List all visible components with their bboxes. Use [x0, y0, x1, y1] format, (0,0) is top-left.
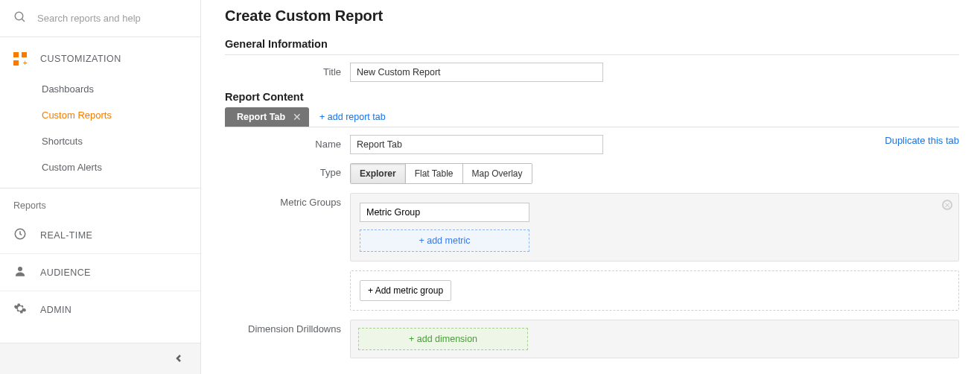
report-content-heading: Report Content [225, 91, 959, 103]
metric-group-panel: ✕ + add metric [350, 193, 959, 262]
general-info-heading: General Information [225, 38, 959, 50]
reports-label: Reports [0, 188, 200, 217]
clock-icon [13, 227, 27, 243]
sidebar: + CUSTOMIZATION Dashboards Custom Report… [0, 0, 201, 374]
type-option-flat-table[interactable]: Flat Table [406, 164, 463, 183]
add-metric-group-panel: + Add metric group [350, 270, 959, 311]
sidebar-item-audience[interactable]: AUDIENCE [0, 253, 200, 291]
customization-icon: + [13, 52, 27, 66]
customization-subitems: Dashboards Custom Reports Shortcuts Cust… [0, 75, 200, 188]
svg-line-1 [22, 19, 25, 22]
metric-group-name-input[interactable] [360, 203, 529, 222]
sidebar-customization-header[interactable]: + CUSTOMIZATION [0, 37, 200, 75]
add-metric-group-button[interactable]: + Add metric group [360, 280, 451, 301]
sidebar-item-dashboards[interactable]: Dashboards [0, 76, 200, 102]
search-input[interactable] [37, 13, 187, 24]
close-icon[interactable]: ✕ [293, 111, 302, 123]
sidebar-item-custom-alerts[interactable]: Custom Alerts [0, 154, 200, 180]
dimension-panel: + add dimension [350, 320, 959, 358]
sidebar-item-realtime[interactable]: REAL-TIME [0, 217, 200, 253]
type-label: Type [225, 163, 350, 178]
sidebar-item-admin[interactable]: ADMIN [0, 291, 200, 328]
report-tab-label: Report Tab [237, 112, 285, 122]
add-report-tab-link[interactable]: + add report tab [319, 112, 386, 122]
audience-label: AUDIENCE [40, 267, 91, 278]
chevron-left-icon [175, 353, 182, 364]
sidebar-item-custom-reports[interactable]: Custom Reports [0, 102, 200, 128]
duplicate-tab-link[interactable]: Duplicate this tab [885, 135, 959, 146]
search-icon [13, 10, 27, 26]
page-title: Create Custom Report [225, 7, 959, 25]
type-option-map-overlay[interactable]: Map Overlay [463, 164, 532, 183]
title-label: Title [225, 63, 350, 77]
person-icon [13, 264, 27, 280]
type-option-explorer[interactable]: Explorer [351, 164, 406, 183]
admin-label: ADMIN [40, 305, 71, 315]
name-label: Name [225, 135, 350, 150]
realtime-label: REAL-TIME [40, 230, 92, 241]
report-tab-strip: Report Tab ✕ + add report tab [225, 107, 959, 127]
customization-label: CUSTOMIZATION [40, 54, 121, 64]
search-row [0, 0, 200, 37]
svg-point-0 [15, 12, 23, 20]
metric-groups-label: Metric Groups [225, 193, 350, 208]
gear-icon [13, 302, 27, 317]
type-segmented-control: Explorer Flat Table Map Overlay [350, 163, 532, 184]
svg-point-3 [18, 267, 22, 271]
add-dimension-button[interactable]: + add dimension [358, 328, 528, 350]
remove-metric-group-icon[interactable]: ✕ [942, 200, 952, 210]
sidebar-collapse[interactable] [0, 343, 200, 374]
report-tab[interactable]: Report Tab ✕ [225, 107, 309, 127]
main-content: Create Custom Report General Information… [201, 0, 980, 374]
sidebar-item-shortcuts[interactable]: Shortcuts [0, 128, 200, 154]
dimension-drilldowns-label: Dimension Drilldowns [225, 320, 350, 335]
title-input[interactable] [350, 63, 603, 82]
add-metric-button[interactable]: + add metric [360, 229, 529, 252]
tab-name-input[interactable] [350, 135, 603, 154]
